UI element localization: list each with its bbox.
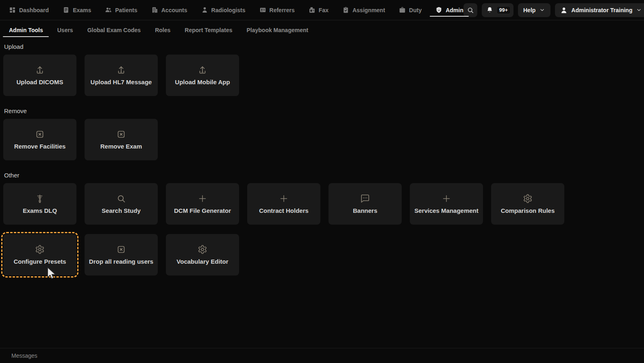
card-label: Search Study <box>102 207 141 214</box>
card-label: Exams DLQ <box>23 207 57 214</box>
card-drop-all-reading-users[interactable]: Drop all reading users <box>85 234 158 276</box>
nav-item-referrers[interactable]: Referrers <box>259 7 295 13</box>
section-title: Remove <box>4 107 641 114</box>
plus-icon <box>279 194 289 203</box>
gear-icon <box>35 245 45 254</box>
card-label: Comparison Rules <box>501 207 555 214</box>
admin-tools-content: Upload Upload DICOMS Upload HL7 Message … <box>0 38 644 276</box>
card-remove-facilities[interactable]: Remove Facilities <box>3 119 76 160</box>
upload-icon <box>35 65 45 75</box>
section-title: Other <box>4 172 641 179</box>
card-label: Upload DICOMS <box>17 79 63 85</box>
tab-label: Users <box>57 27 73 33</box>
card-comparison-rules[interactable]: Comparison Rules <box>491 183 564 225</box>
card-label: Services Management <box>414 207 479 214</box>
notifications-button[interactable]: 99+ <box>482 3 513 17</box>
nav-item-fax[interactable]: Fax <box>309 7 329 13</box>
upload-icon <box>116 65 126 75</box>
nav-item-label: Fax <box>319 7 329 13</box>
tab-playbook-management[interactable]: Playbook Management <box>246 27 308 33</box>
primary-nav: Dashboard Exams Patients Accounts Radiol… <box>9 7 463 13</box>
nav-item-dashboard[interactable]: Dashboard <box>9 7 49 13</box>
upload-icon <box>198 65 207 75</box>
section-title: Upload <box>4 43 641 50</box>
card-label: Configure Presets <box>13 258 66 265</box>
nav-item-patients[interactable]: Patients <box>105 7 137 13</box>
nav-item-label: Accounts <box>161 7 187 13</box>
card-label: Drop all reading users <box>89 258 153 265</box>
duty-icon <box>399 7 406 13</box>
user-menu-button[interactable]: Administrator Training <box>555 3 644 17</box>
search-button[interactable] <box>463 3 477 17</box>
card-grid: Exams DLQ Search Study DCM File Generato… <box>3 183 641 276</box>
tab-label: Global Exam Codes <box>87 27 141 33</box>
help-label: Help <box>523 7 535 13</box>
section-remove: Remove Remove Facilities Remove Exam <box>3 107 641 160</box>
nav-item-label: Assignment <box>352 7 385 13</box>
chevron-down-icon <box>636 7 642 13</box>
plus-icon <box>198 194 207 203</box>
nav-item-exams[interactable]: Exams <box>63 7 91 13</box>
square-x-icon <box>35 129 45 139</box>
nav-item-accounts[interactable]: Accounts <box>151 7 187 13</box>
card-services-management[interactable]: Services Management <box>410 183 483 225</box>
card-label: Vocabulary Editor <box>176 258 228 265</box>
card-configure-presets[interactable]: Configure Presets <box>3 234 76 276</box>
dlq-queue-icon <box>35 194 45 203</box>
card-label: Upload Mobile App <box>175 79 230 85</box>
plus-icon <box>442 194 451 203</box>
nav-item-label: Dashboard <box>19 7 49 13</box>
section-upload: Upload Upload DICOMS Upload HL7 Message … <box>3 43 641 96</box>
card-dcm-file-generator[interactable]: DCM File Generator <box>166 183 239 225</box>
card-label: Remove Exam <box>100 143 142 150</box>
nav-item-label: Duty <box>409 7 422 13</box>
card-banners[interactable]: Banners <box>329 183 402 225</box>
card-label: DCM File Generator <box>174 207 231 214</box>
help-menu-button[interactable]: Help <box>518 3 550 17</box>
nav-item-duty[interactable]: Duty <box>399 7 422 13</box>
radiologists-icon <box>201 7 208 13</box>
user-icon <box>560 7 568 14</box>
card-upload-mobile-app[interactable]: Upload Mobile App <box>166 55 239 96</box>
accounts-icon <box>151 7 158 13</box>
card-upload-dicoms[interactable]: Upload DICOMS <box>3 55 76 96</box>
fax-icon <box>309 7 315 13</box>
card-remove-exam[interactable]: Remove Exam <box>85 119 158 160</box>
search-icon <box>116 194 126 203</box>
nav-item-label: Referrers <box>270 7 295 13</box>
card-exams-dlq[interactable]: Exams DLQ <box>3 183 76 225</box>
tab-users[interactable]: Users <box>57 27 73 33</box>
card-search-study[interactable]: Search Study <box>85 183 158 225</box>
top-nav-bar: Dashboard Exams Patients Accounts Radiol… <box>0 0 644 20</box>
tab-label: Playbook Management <box>246 27 308 33</box>
tab-label: Roles <box>155 27 170 33</box>
nav-item-label: Radiologists <box>211 7 246 13</box>
card-label: Remove Facilities <box>14 143 66 150</box>
gear-icon <box>523 194 533 203</box>
nav-item-assignment[interactable]: Assignment <box>342 7 385 13</box>
tab-global-exam-codes[interactable]: Global Exam Codes <box>87 27 141 33</box>
card-vocabulary-editor[interactable]: Vocabulary Editor <box>166 234 239 276</box>
card-label: Banners <box>353 207 377 214</box>
notification-count-badge: 99+ <box>496 6 511 14</box>
card-label: Contract Holders <box>259 207 309 214</box>
card-upload-hl7-message[interactable]: Upload HL7 Message <box>85 55 158 96</box>
nav-item-admin[interactable]: Admin <box>435 7 463 13</box>
search-icon <box>467 7 474 14</box>
tab-label: Admin Tools <box>9 27 43 33</box>
tab-roles[interactable]: Roles <box>155 27 170 33</box>
card-contract-holders[interactable]: Contract Holders <box>247 183 320 225</box>
nav-item-radiologists[interactable]: Radiologists <box>201 7 246 13</box>
bell-icon <box>486 7 493 13</box>
tab-label: Report Templates <box>185 27 232 33</box>
messages-label: Messages <box>11 352 37 359</box>
nav-item-label: Patients <box>115 7 137 13</box>
nav-item-label: Exams <box>73 7 91 13</box>
messages-bar[interactable]: Messages <box>0 348 644 363</box>
header-actions: 99+ Help Administrator Training <box>463 3 644 17</box>
square-x-icon <box>116 245 126 254</box>
tab-admin-tools[interactable]: Admin Tools <box>9 27 43 33</box>
tab-report-templates[interactable]: Report Templates <box>185 27 232 33</box>
exams-icon <box>63 7 70 13</box>
admin-tab-bar: Admin Tools Users Global Exam Codes Role… <box>0 22 644 38</box>
